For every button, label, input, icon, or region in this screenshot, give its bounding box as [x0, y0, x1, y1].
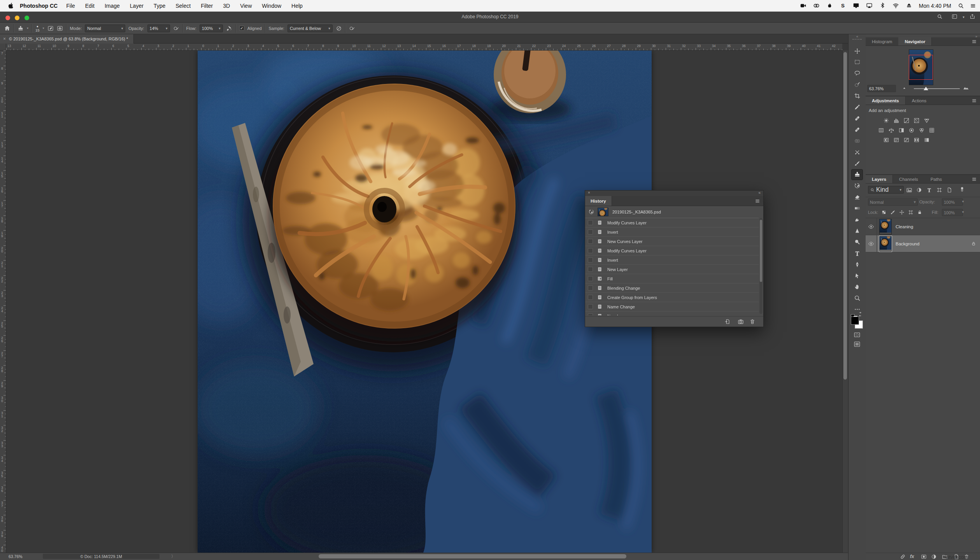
- brush-preset-picker[interactable]: • 15: [35, 25, 40, 32]
- eraser-tool[interactable]: [852, 192, 863, 202]
- filter-toggle-icon[interactable]: [959, 186, 965, 192]
- adjustment-gradient-map-icon[interactable]: [913, 137, 920, 145]
- lock-image-pixels-icon[interactable]: [890, 210, 896, 215]
- horizontal-ruler[interactable]: 1312111098765432101234567891011121314151…: [6, 44, 842, 51]
- patch-tool[interactable]: [852, 136, 863, 146]
- new-adjustment-layer-icon[interactable]: [931, 554, 937, 560]
- mode-select[interactable]: Normal▾: [85, 24, 125, 32]
- tab-navigator[interactable]: Navigator: [898, 37, 932, 46]
- navigator-zoom-slider[interactable]: [914, 88, 960, 89]
- workspace-chevron-icon[interactable]: ▾: [962, 15, 964, 19]
- menu-filter[interactable]: Filter: [201, 3, 213, 9]
- ignore-adjustment-layers-icon[interactable]: [336, 25, 342, 32]
- history-source-checkbox[interactable]: [588, 295, 593, 300]
- add-layer-mask-icon[interactable]: [921, 554, 927, 560]
- history-source-checkbox[interactable]: [588, 229, 593, 234]
- tab-adjustments[interactable]: Adjustments: [866, 96, 906, 105]
- history-scrollbar[interactable]: [759, 218, 763, 314]
- quick-selection-tool[interactable]: [852, 80, 863, 90]
- brush-preset-chevron-icon[interactable]: ▾: [43, 26, 44, 30]
- toggle-clone-source-icon[interactable]: [57, 25, 63, 32]
- tab-history[interactable]: History: [585, 196, 612, 206]
- menu-view[interactable]: View: [240, 3, 252, 9]
- adjustment-vibrance-icon[interactable]: [923, 117, 930, 125]
- display-icon[interactable]: [853, 2, 859, 9]
- spotlight-icon[interactable]: [958, 3, 964, 9]
- tab-channels[interactable]: Channels: [893, 175, 924, 183]
- horizontal-scrollbar-thumb[interactable]: [319, 554, 626, 558]
- history-source-checkbox[interactable]: [588, 248, 593, 253]
- adjustment-threshold-icon[interactable]: [903, 137, 910, 145]
- navigator-zoom-field[interactable]: 63.76%: [867, 85, 896, 92]
- dodge-tool[interactable]: [852, 237, 863, 247]
- menu-window[interactable]: Window: [262, 3, 281, 9]
- foreground-color-swatch[interactable]: [851, 317, 859, 325]
- apple-menu-icon[interactable]: [8, 2, 14, 9]
- airbrush-icon[interactable]: [226, 25, 232, 32]
- pressure-size-icon[interactable]: [349, 25, 355, 32]
- history-state-blending-change[interactable]: Blending Change: [585, 284, 759, 293]
- type-tool[interactable]: [852, 248, 863, 258]
- menu-layer[interactable]: Layer: [130, 3, 144, 9]
- bluetooth-icon[interactable]: [879, 2, 886, 9]
- content-aware-move-tool[interactable]: [852, 147, 863, 157]
- adjustment-invert-icon[interactable]: [883, 137, 890, 145]
- layer-name[interactable]: Cleaning: [896, 224, 913, 229]
- lock-artboard-icon[interactable]: [908, 210, 913, 215]
- lock-all-icon[interactable]: [917, 210, 922, 215]
- close-panel-icon[interactable]: ×: [588, 191, 590, 195]
- layer-thumbnail[interactable]: [879, 236, 892, 252]
- vertical-scrollbar-thumb[interactable]: [843, 52, 847, 380]
- workspace-chooser-icon[interactable]: [952, 14, 957, 19]
- zoom-out-icon[interactable]: [902, 85, 907, 90]
- tab-histogram[interactable]: Histogram: [866, 37, 898, 46]
- creative-cloud-icon[interactable]: [813, 2, 820, 9]
- history-state-modify-curves-layer[interactable]: Modify Curves Layer: [585, 246, 759, 256]
- history-source-checkbox[interactable]: [588, 257, 593, 262]
- panel-menu-icon[interactable]: [971, 98, 980, 103]
- history-source-checkbox[interactable]: [588, 304, 593, 309]
- menu-image[interactable]: Image: [105, 3, 120, 9]
- crop-tool[interactable]: [852, 91, 863, 101]
- zoom-tool[interactable]: [852, 293, 863, 303]
- menu-3d[interactable]: 3D: [223, 3, 230, 9]
- history-snapshot-row[interactable]: 20190125-_K3A8365.psd: [585, 206, 759, 218]
- hand-tool[interactable]: [852, 282, 863, 292]
- history-source-checkbox[interactable]: [588, 239, 593, 244]
- opacity-chevron-icon[interactable]: ▾: [962, 200, 964, 203]
- navigator-zoom-slider-thumb[interactable]: [924, 87, 928, 90]
- layer-thumbnail[interactable]: [879, 219, 892, 234]
- history-state-name-change[interactable]: Name Change: [585, 302, 759, 312]
- tab-paths[interactable]: Paths: [924, 175, 948, 183]
- new-snapshot-icon[interactable]: [738, 318, 744, 325]
- quick-mask-icon[interactable]: [854, 331, 861, 340]
- blend-mode-select[interactable]: Normal▾: [868, 198, 918, 206]
- panel-menu-icon[interactable]: [971, 39, 980, 44]
- layer-opacity-field[interactable]: 100%: [942, 198, 963, 206]
- lasso-tool[interactable]: [852, 68, 863, 79]
- lock-transparent-pixels-icon[interactable]: [881, 210, 887, 215]
- healing-brush-tool[interactable]: [852, 124, 863, 135]
- layer-filter-kind-select[interactable]: Kind▾: [868, 186, 904, 194]
- adjustment-brightness-contrast-icon[interactable]: [883, 117, 890, 125]
- new-document-from-state-icon[interactable]: [724, 318, 731, 325]
- layer-row-cleaning[interactable]: Cleaning: [866, 218, 980, 235]
- history-state-invert[interactable]: Invert: [585, 228, 759, 237]
- path-selection-tool[interactable]: [852, 271, 863, 281]
- history-source-checkbox[interactable]: [588, 313, 593, 315]
- link-layers-icon[interactable]: [900, 554, 906, 560]
- clone-stamp-tool[interactable]: [852, 170, 863, 180]
- history-source-checkbox[interactable]: [588, 276, 593, 281]
- lock-position-icon[interactable]: [899, 210, 905, 215]
- layer-row-background[interactable]: Background: [866, 235, 980, 252]
- home-icon[interactable]: [4, 25, 11, 32]
- rectangular-marquee-tool[interactable]: [852, 57, 863, 67]
- history-state-new-layer[interactable]: New Layer: [585, 265, 759, 274]
- filter-pixel-layers-icon[interactable]: [906, 187, 912, 193]
- filter-type-layers-icon[interactable]: [926, 187, 932, 193]
- history-state-fill[interactable]: Fill: [585, 274, 759, 284]
- adjustment-hue-saturation-icon[interactable]: [878, 127, 885, 135]
- share-icon[interactable]: [969, 14, 975, 19]
- layer-fill-field[interactable]: 100%: [942, 209, 963, 216]
- gradient-tool[interactable]: [852, 203, 863, 214]
